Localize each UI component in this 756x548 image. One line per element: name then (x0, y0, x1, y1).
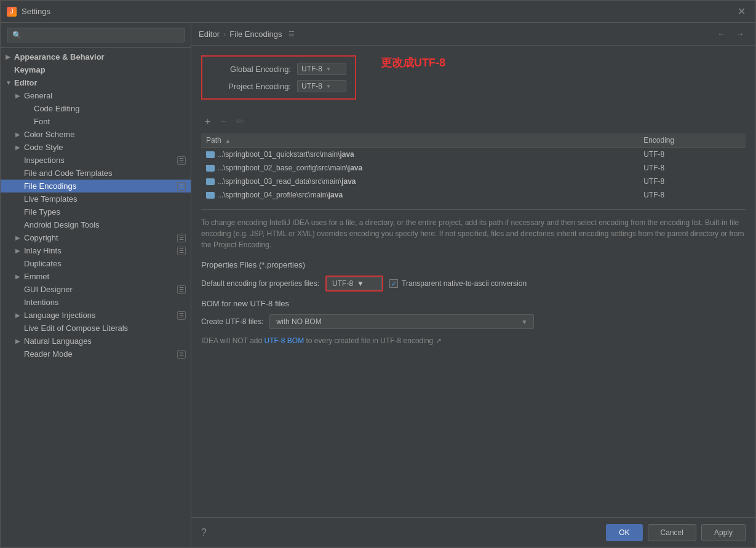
sidebar-item-live-edit-compose[interactable]: Live Edit of Compose Literals (1, 322, 191, 335)
bom-row: Create UTF-8 files: with NO BOM ▼ (201, 314, 746, 329)
properties-encoding-dropdown[interactable]: UTF-8 ▼ (327, 277, 382, 290)
sidebar-label-appearance: Appearance & Behavior (14, 52, 105, 62)
sidebar-label-live-templates: Live Templates (24, 194, 77, 204)
expand-arrow-emmet: ▶ (15, 273, 22, 280)
encoding-cell: UTF-8 (639, 175, 746, 188)
sidebar-item-live-templates[interactable]: Live Templates (1, 193, 191, 205)
path-prefix: ...\springboot_01_quickstart\src\main\ (217, 150, 340, 159)
breadcrumb-current: File Encodings (229, 30, 282, 39)
sidebar-label-code-editing: Code Editing (34, 104, 79, 113)
breadcrumb-sep: › (223, 30, 226, 39)
sidebar-item-file-encodings[interactable]: File Encodings☰ (1, 180, 191, 193)
ok-button[interactable]: OK (606, 524, 642, 541)
table-row[interactable]: ...\springboot_01_quickstart\src\main\ja… (201, 148, 746, 162)
badge-inspections: ☰ (177, 156, 186, 165)
sidebar-label-file-encodings: File Encodings (24, 181, 76, 191)
badge-file-encodings: ☰ (177, 182, 186, 191)
sidebar-item-keymap[interactable]: Keymap (1, 63, 191, 76)
breadcrumb-editor: Editor (199, 30, 220, 39)
global-encoding-dropdown[interactable]: UTF-8 ▼ (297, 63, 346, 75)
bom-dropdown-arrow: ▼ (521, 319, 527, 325)
title-bar: J Settings ✕ (1, 1, 755, 23)
project-encoding-dropdown[interactable]: UTF-8 ▼ (297, 80, 346, 92)
create-utf8-label: Create UTF-8 files: (201, 317, 263, 326)
global-encoding-row: Global Encoding: UTF-8 ▼ (211, 63, 346, 75)
sidebar-item-inlay-hints[interactable]: ▶Inlay Hints☰ (1, 244, 191, 257)
encoding-header: Encoding (639, 133, 746, 148)
sidebar-item-reader-mode[interactable]: Reader Mode☰ (1, 347, 191, 360)
properties-section: Properties Files (*.properties) Default … (201, 260, 746, 292)
sidebar-item-code-editing[interactable]: Code Editing (1, 102, 191, 115)
sidebar-item-file-types[interactable]: File Types (1, 205, 191, 218)
encoding-box: Global Encoding: UTF-8 ▼ Project Encodin… (201, 55, 356, 100)
search-box (1, 23, 191, 48)
sidebar-item-emmet[interactable]: ▶Emmet (1, 270, 191, 283)
sidebar-item-natural-languages[interactable]: ▶Natural Languages (1, 335, 191, 347)
expand-arrow-code-style: ▶ (15, 144, 22, 151)
sidebar-item-font[interactable]: Font (1, 115, 191, 128)
sidebar-item-appearance[interactable]: ▶Appearance & Behavior (1, 50, 191, 63)
settings-window: J Settings ✕ ▶Appearance & BehaviorKeyma… (0, 0, 756, 548)
sidebar-item-general[interactable]: ▶General (1, 89, 191, 102)
title-bar-left: J Settings (7, 7, 50, 17)
bom-title: BOM for new UTF-8 files (201, 299, 746, 308)
project-encoding-value: UTF-8 (301, 82, 322, 90)
cancel-button[interactable]: Cancel (648, 524, 696, 541)
sidebar-item-language-injections[interactable]: ▶Language Injections☰ (1, 309, 191, 322)
breadcrumb: Editor › File Encodings ☰ (199, 30, 295, 39)
path-bold: java (341, 177, 356, 186)
back-button[interactable]: ← (714, 28, 730, 40)
sidebar-item-color-scheme[interactable]: ▶Color Scheme (1, 128, 191, 141)
sidebar-item-intentions[interactable]: Intentions (1, 296, 191, 309)
sidebar-item-file-code-templates[interactable]: File and Code Templates (1, 167, 191, 180)
sidebar-label-inspections: Inspections (24, 156, 65, 165)
project-encoding-label: Project Encoding: (211, 82, 291, 91)
remove-button[interactable]: − (217, 114, 229, 129)
table-row[interactable]: ...\springboot_03_read_data\src\main\jav… (201, 175, 746, 188)
apply-button[interactable]: Apply (701, 524, 746, 541)
close-button[interactable]: ✕ (734, 4, 749, 18)
expand-arrow-color-scheme: ▶ (15, 131, 22, 138)
sidebar-item-duplicates[interactable]: Duplicates (1, 257, 191, 270)
right-panel: Editor › File Encodings ☰ ← → Global Enc… (191, 23, 755, 547)
edit-button[interactable]: ✏ (233, 114, 248, 129)
breadcrumb-nav: ← → (714, 28, 748, 40)
sidebar-item-copyright[interactable]: ▶Copyright☰ (1, 231, 191, 244)
sidebar-label-file-types: File Types (24, 207, 60, 216)
sidebar-label-reader-mode: Reader Mode (24, 349, 73, 359)
properties-row: Default encoding for properties files: U… (201, 276, 746, 292)
breadcrumb-badge: ☰ (288, 30, 295, 38)
default-encoding-label: Default encoding for properties files: (201, 279, 319, 288)
sidebar-item-editor[interactable]: ▼Editor (1, 76, 191, 89)
table-row[interactable]: ...\springboot_02_base_config\src\main\j… (201, 161, 746, 175)
project-dropdown-arrow: ▼ (326, 84, 331, 89)
search-input[interactable] (7, 28, 185, 42)
sidebar-label-font: Font (34, 117, 50, 126)
toolbar: + − ✏ (201, 114, 746, 129)
transparent-label: Transparent native-to-ascii conversion (402, 279, 527, 288)
bom-select-dropdown[interactable]: with NO BOM ▼ (269, 314, 534, 329)
forward-button[interactable]: → (732, 28, 748, 40)
sidebar-item-android-design-tools[interactable]: Android Design Tools (1, 218, 191, 231)
global-dropdown-arrow: ▼ (326, 66, 331, 72)
window-title: Settings (22, 7, 50, 16)
top-row: Global Encoding: UTF-8 ▼ Project Encodin… (201, 55, 746, 107)
table-row[interactable]: ...\springboot_04_profile\src\main\javaU… (201, 188, 746, 202)
encoding-cell: UTF-8 (639, 161, 746, 175)
sidebar-item-gui-designer[interactable]: GUI Designer☰ (1, 283, 191, 296)
annotation-text: 更改成UTF-8 (381, 55, 445, 70)
folder-icon (206, 165, 215, 172)
sidebar-item-inspections[interactable]: Inspections☰ (1, 154, 191, 167)
sidebar-item-code-style[interactable]: ▶Code Style (1, 141, 191, 154)
panel-content: Global Encoding: UTF-8 ▼ Project Encodin… (191, 46, 755, 517)
transparent-checkbox[interactable] (389, 279, 398, 288)
add-button[interactable]: + (201, 114, 214, 129)
bottom-bar: ? OK Cancel Apply (191, 517, 755, 547)
bom-link[interactable]: UTF-8 BOM (264, 336, 304, 345)
expand-arrow-general: ▶ (15, 92, 22, 99)
file-table: Path ▲ Encoding ...\springboot_01_quicks… (201, 133, 746, 202)
properties-title: Properties Files (*.properties) (201, 260, 746, 269)
project-encoding-row: Project Encoding: UTF-8 ▼ (211, 80, 346, 92)
sidebar-label-android-design-tools: Android Design Tools (24, 220, 100, 229)
help-button[interactable]: ? (201, 527, 207, 538)
